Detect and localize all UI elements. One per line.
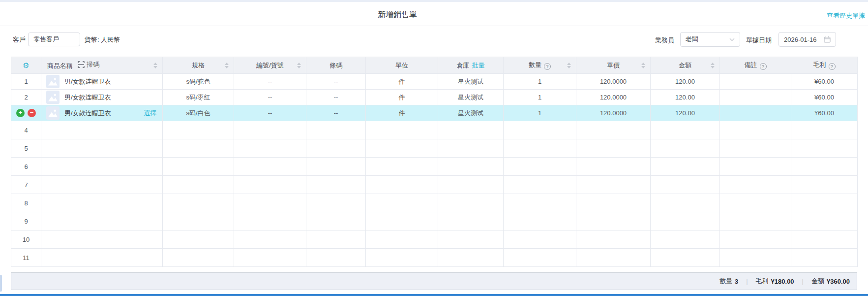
help-icon[interactable]: ? bbox=[760, 63, 767, 70]
unit-cell[interactable] bbox=[366, 176, 438, 194]
warehouse-cell[interactable] bbox=[438, 249, 504, 267]
qty-cell[interactable]: 1 bbox=[504, 74, 576, 90]
sn-cell[interactable]: -- bbox=[234, 74, 306, 90]
amount-header[interactable]: 金額 bbox=[651, 57, 720, 74]
barcode-cell[interactable] bbox=[306, 249, 366, 267]
warehouse-cell[interactable] bbox=[438, 194, 504, 212]
product-cell[interactable] bbox=[41, 230, 163, 249]
unit-cell[interactable] bbox=[366, 121, 438, 139]
warehouse-cell[interactable] bbox=[438, 121, 504, 139]
customer-input[interactable]: 零售客戶 bbox=[28, 33, 80, 46]
product-image[interactable] bbox=[46, 75, 60, 88]
barcode-cell[interactable] bbox=[306, 121, 366, 139]
product-cell[interactable] bbox=[41, 121, 163, 139]
barcode-cell[interactable] bbox=[306, 230, 366, 249]
spec-cell[interactable] bbox=[163, 230, 234, 249]
qty-cell[interactable] bbox=[504, 158, 576, 176]
calendar-icon[interactable] bbox=[824, 36, 831, 43]
price-cell[interactable] bbox=[576, 194, 651, 212]
sn-cell[interactable]: -- bbox=[234, 90, 306, 105]
price-cell[interactable] bbox=[576, 139, 651, 158]
product-cell[interactable] bbox=[41, 194, 163, 212]
warehouse-cell[interactable] bbox=[438, 176, 504, 194]
remark-cell[interactable] bbox=[720, 74, 791, 90]
warehouse-cell[interactable] bbox=[438, 212, 504, 230]
sn-cell[interactable] bbox=[234, 230, 306, 249]
unit-cell[interactable] bbox=[366, 249, 438, 267]
amount-cell[interactable]: 120.00 bbox=[651, 74, 720, 90]
help-icon[interactable]: ? bbox=[829, 63, 836, 70]
sn-header[interactable]: 編號/貨號 bbox=[234, 57, 306, 74]
qty-header[interactable]: 數量? bbox=[504, 57, 576, 74]
qty-cell[interactable] bbox=[504, 176, 576, 194]
warehouse-cell[interactable]: 星火测试 bbox=[438, 90, 504, 105]
unit-cell[interactable] bbox=[366, 212, 438, 230]
price-cell[interactable] bbox=[576, 230, 651, 249]
salesperson-select[interactable]: 老闆 bbox=[680, 32, 740, 47]
spec-cell[interactable] bbox=[163, 176, 234, 194]
remark-cell[interactable] bbox=[720, 105, 791, 121]
batch-link[interactable]: 批量 bbox=[472, 62, 485, 69]
unit-cell[interactable] bbox=[366, 139, 438, 158]
spec-cell[interactable]: s码/白色 bbox=[163, 105, 234, 121]
barcode-cell[interactable] bbox=[306, 194, 366, 212]
amount-cell[interactable] bbox=[651, 139, 720, 158]
order-date-input[interactable]: 2026-01-16 bbox=[778, 32, 836, 47]
barcode-cell[interactable]: -- bbox=[306, 90, 366, 105]
sn-cell[interactable] bbox=[234, 121, 306, 139]
help-icon[interactable]: ? bbox=[544, 63, 551, 70]
spec-cell[interactable] bbox=[163, 139, 234, 158]
barcode-cell[interactable]: -- bbox=[306, 74, 366, 90]
amount-cell[interactable] bbox=[651, 121, 720, 139]
qty-cell[interactable] bbox=[504, 194, 576, 212]
warehouse-cell[interactable]: 星火测试 bbox=[438, 74, 504, 90]
scan-code-button[interactable]: 掃碼 bbox=[78, 60, 99, 69]
spec-cell[interactable] bbox=[163, 212, 234, 230]
price-header[interactable]: 單價 bbox=[576, 57, 651, 74]
sn-cell[interactable] bbox=[234, 212, 306, 230]
amount-cell[interactable] bbox=[651, 158, 720, 176]
sort-icon[interactable] bbox=[153, 63, 157, 68]
sn-cell[interactable] bbox=[234, 176, 306, 194]
amount-cell[interactable] bbox=[651, 176, 720, 194]
unit-cell[interactable]: 件 bbox=[366, 74, 438, 90]
spec-cell[interactable] bbox=[163, 194, 234, 212]
amount-cell[interactable] bbox=[651, 249, 720, 267]
price-cell[interactable] bbox=[576, 121, 651, 139]
unit-cell[interactable] bbox=[366, 194, 438, 212]
qty-cell[interactable] bbox=[504, 139, 576, 158]
gear-icon[interactable]: ⚙ bbox=[23, 61, 29, 69]
qty-cell[interactable]: 1 bbox=[504, 90, 576, 105]
product-cell[interactable]: 男/女款连帽卫衣 bbox=[41, 90, 163, 105]
barcode-cell[interactable] bbox=[306, 176, 366, 194]
qty-cell[interactable] bbox=[504, 212, 576, 230]
amount-cell[interactable] bbox=[651, 194, 720, 212]
sort-icon[interactable] bbox=[641, 63, 645, 68]
remark-cell[interactable] bbox=[720, 176, 791, 194]
remark-cell[interactable] bbox=[720, 230, 791, 249]
qty-cell[interactable] bbox=[504, 121, 576, 139]
warehouse-cell[interactable] bbox=[438, 139, 504, 158]
remark-cell[interactable] bbox=[720, 194, 791, 212]
qty-cell[interactable] bbox=[504, 249, 576, 267]
price-cell[interactable] bbox=[576, 249, 651, 267]
remark-cell[interactable] bbox=[720, 90, 791, 105]
remark-cell[interactable] bbox=[720, 249, 791, 267]
amount-cell[interactable]: 120.00 bbox=[651, 105, 720, 121]
amount-cell[interactable]: 120.00 bbox=[651, 90, 720, 105]
sn-cell[interactable]: -- bbox=[234, 105, 306, 121]
product-image[interactable] bbox=[46, 106, 60, 120]
remove-row-button[interactable]: − bbox=[28, 109, 36, 117]
remark-cell[interactable] bbox=[720, 139, 791, 158]
sort-icon[interactable] bbox=[711, 63, 715, 68]
view-history-link[interactable]: 查看歷史單據 bbox=[827, 11, 865, 20]
sn-cell[interactable] bbox=[234, 194, 306, 212]
spec-cell[interactable]: s码/枣红 bbox=[163, 90, 234, 105]
remark-cell[interactable] bbox=[720, 212, 791, 230]
spec-header[interactable]: 規格 bbox=[163, 57, 234, 74]
select-product-link[interactable]: 選擇 bbox=[144, 109, 156, 118]
price-cell[interactable]: 120.0000 bbox=[576, 105, 651, 121]
sn-cell[interactable] bbox=[234, 158, 306, 176]
unit-cell[interactable]: 件 bbox=[366, 90, 438, 105]
unit-cell[interactable] bbox=[366, 158, 438, 176]
